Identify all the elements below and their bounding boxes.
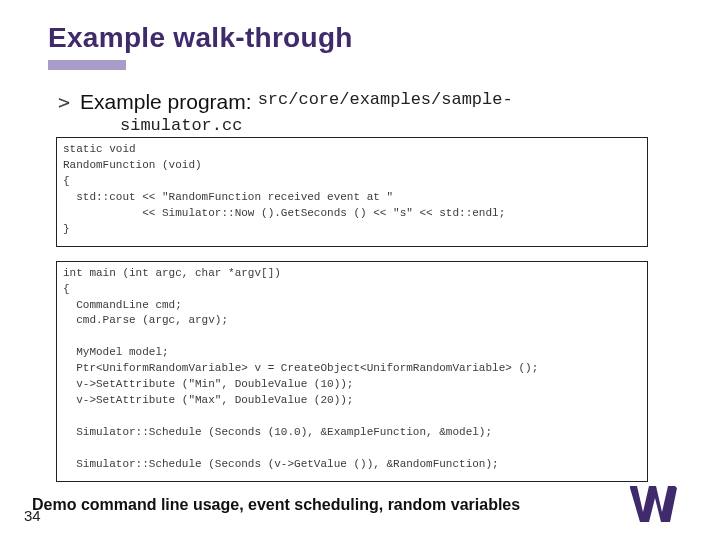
code-path-line1: src/core/examples/sample-	[258, 90, 513, 109]
bullet-label: Example program:	[80, 90, 252, 114]
code-block-1: static void RandomFunction (void) { std:…	[56, 137, 648, 247]
code-block-2: int main (int argc, char *argv[]) { Comm…	[56, 261, 648, 482]
uw-logo-icon	[628, 482, 690, 526]
bullet-marker: >	[58, 90, 70, 114]
demo-caption: Demo command line usage, event schedulin…	[32, 496, 672, 514]
bullet-row: > Example program: src/core/examples/sam…	[48, 90, 672, 114]
title-underline	[48, 60, 126, 70]
page-number: 34	[24, 507, 41, 524]
code-path-line2: simulator.cc	[120, 116, 672, 135]
slide-title: Example walk-through	[48, 22, 672, 54]
slide: Example walk-through > Example program: …	[0, 0, 720, 540]
